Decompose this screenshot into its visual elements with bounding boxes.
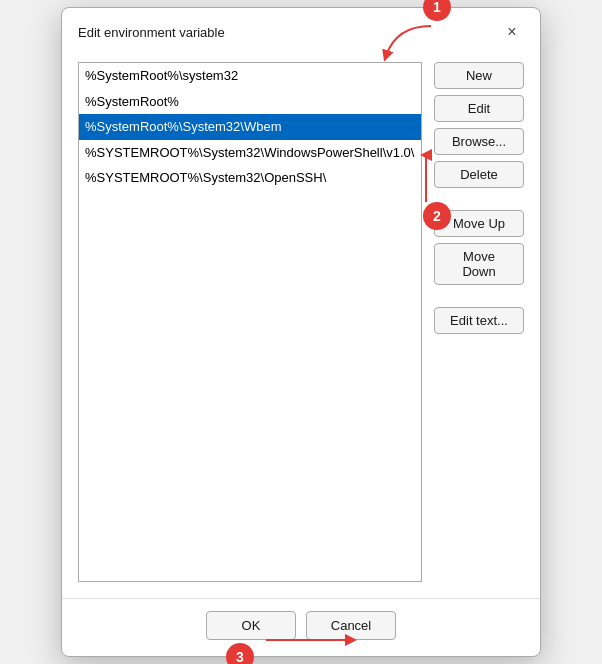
list-item[interactable]: %SYSTEMROOT%\System32\WindowsPowerShell\… bbox=[79, 140, 421, 166]
dialog-footer: OK Cancel bbox=[62, 598, 540, 656]
list-item[interactable]: %SYSTEMROOT%\System32\OpenSSH\ bbox=[79, 165, 421, 191]
close-button[interactable]: × bbox=[500, 20, 524, 44]
env-variable-list[interactable]: %SystemRoot%\system32 %SystemRoot% %Syst… bbox=[78, 62, 422, 582]
dialog-body: %SystemRoot%\system32 %SystemRoot% %Syst… bbox=[62, 54, 540, 598]
ok-button[interactable]: OK bbox=[206, 611, 296, 640]
move-down-button[interactable]: Move Down bbox=[434, 243, 524, 285]
title-bar: Edit environment variable × bbox=[62, 8, 540, 54]
list-item[interactable]: %SystemRoot%\system32 bbox=[79, 63, 421, 89]
delete-button[interactable]: Delete bbox=[434, 161, 524, 188]
browse-button[interactable]: Browse... bbox=[434, 128, 524, 155]
dialog-title: Edit environment variable bbox=[78, 25, 225, 40]
action-buttons: New Edit Browse... Delete Move Up Move D… bbox=[434, 62, 524, 582]
move-up-button[interactable]: Move Up bbox=[434, 210, 524, 237]
list-item-selected[interactable]: %SystemRoot%\System32\Wbem bbox=[79, 114, 421, 140]
list-item[interactable]: %SystemRoot% bbox=[79, 89, 421, 115]
edit-button[interactable]: Edit bbox=[434, 95, 524, 122]
edit-text-button[interactable]: Edit text... bbox=[434, 307, 524, 334]
edit-env-variable-dialog: Edit environment variable × %SystemRoot%… bbox=[61, 7, 541, 657]
cancel-button[interactable]: Cancel bbox=[306, 611, 396, 640]
new-button[interactable]: New bbox=[434, 62, 524, 89]
